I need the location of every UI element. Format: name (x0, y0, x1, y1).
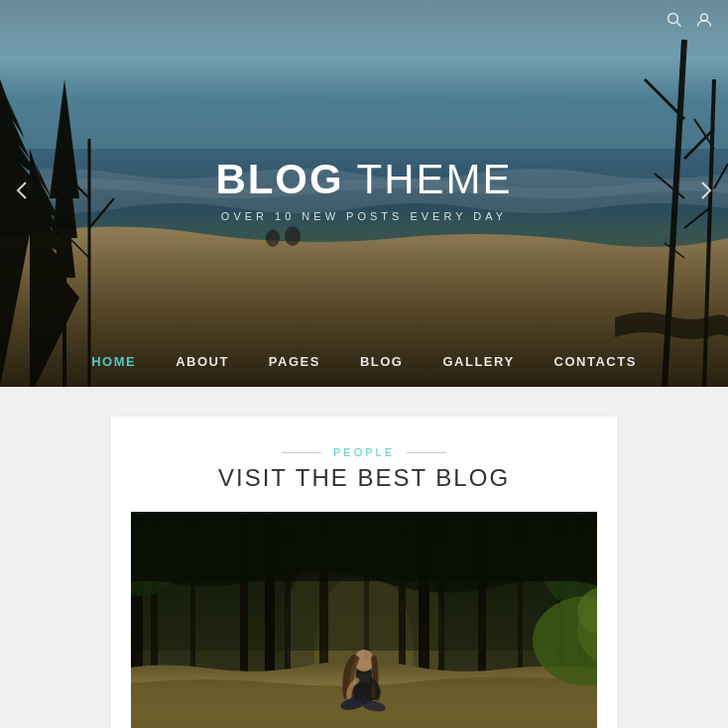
hero-title-light: THEME (344, 156, 513, 202)
svg-point-22 (285, 226, 301, 246)
svg-point-23 (266, 229, 280, 247)
hero-title-bold: BLOG (215, 156, 343, 202)
nav-item-home[interactable]: HOME (91, 354, 136, 369)
section-title: VISIT THE BEST BLOG (131, 464, 597, 492)
nav-item-pages[interactable]: PAGES (269, 354, 320, 369)
svg-point-24 (668, 14, 678, 24)
user-icon[interactable] (696, 12, 712, 32)
content-card: PEOPLE VISIT THE BEST BLOG (111, 417, 617, 728)
svg-line-25 (677, 23, 681, 27)
hero-subtitle: OVER 10 NEW POSTS EVERY DAY (215, 210, 512, 222)
carousel-next-button[interactable] (692, 173, 720, 214)
svg-point-26 (701, 14, 708, 21)
nav-item-contacts[interactable]: CONTACTS (554, 354, 637, 369)
content-section: PEOPLE VISIT THE BEST BLOG (0, 387, 728, 728)
search-icon[interactable] (667, 12, 682, 32)
blog-image (131, 512, 597, 728)
hero-title: BLOG THEME (215, 159, 512, 200)
section-label: PEOPLE (131, 446, 597, 458)
carousel-prev-button[interactable] (8, 173, 36, 214)
main-nav: HOME ABOUT PAGES BLOG GALLERY CONTACTS (0, 336, 728, 387)
hero-content: BLOG THEME OVER 10 NEW POSTS EVERY DAY (215, 159, 512, 222)
nav-item-gallery[interactable]: GALLERY (442, 354, 514, 369)
top-bar (651, 0, 728, 44)
nav-item-blog[interactable]: BLOG (360, 354, 404, 369)
nav-item-about[interactable]: ABOUT (176, 354, 229, 369)
hero-section: BLOG THEME OVER 10 NEW POSTS EVERY DAY H… (0, 0, 728, 387)
